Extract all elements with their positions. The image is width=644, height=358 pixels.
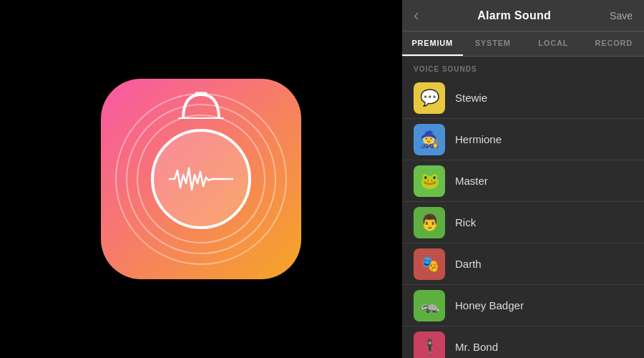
alarm-bell-icon [176,92,226,119]
item-thumbnail: 🧙 [414,124,445,155]
character-icon: 💬 [420,90,439,106]
sound-list: 💬Stewie🧙Hermione🐸Master👨Rick🎭Darth🦡Honey… [402,77,644,358]
back-button[interactable]: ‹ [414,8,419,24]
item-thumbnail: 🐸 [414,165,445,197]
waveform-icon [169,165,233,193]
item-thumbnail: 👨 [414,207,445,238]
list-item[interactable]: 🦡Honey Badger [402,285,644,326]
item-name: Darth [455,258,482,270]
right-panel: ‹ Alarm Sound Save PREMIUM SYSTEM LOCAL … [402,0,644,358]
character-icon: 🐸 [420,173,439,189]
character-icon: 🧙 [420,132,439,147]
item-name: Honey Badger [455,299,524,311]
left-panel [0,0,402,358]
list-item[interactable]: 💬Stewie [402,77,644,119]
item-thumbnail: 🦡 [414,290,445,321]
item-name: Rick [455,216,476,228]
item-name: Hermione [455,133,502,145]
list-item[interactable]: 🐸Master [402,160,644,202]
tab-system[interactable]: SYSTEM [463,32,524,56]
character-icon: 🦡 [420,298,439,314]
item-thumbnail: 🎭 [414,248,445,280]
item-thumbnail: 🕴 [414,332,445,359]
save-button[interactable]: Save [610,10,633,21]
list-item[interactable]: 🕴Mr. Bond [402,326,644,358]
item-name: Master [455,175,488,187]
item-name: Mr. Bond [455,341,498,353]
character-icon: 🎭 [420,256,439,272]
app-icon [101,79,301,279]
list-item[interactable]: 👨Rick [402,202,644,243]
item-name: Stewie [455,92,487,104]
tab-record[interactable]: RECORD [584,32,645,56]
tabs-bar: PREMIUM SYSTEM LOCAL RECORD [402,32,644,57]
tab-premium[interactable]: PREMIUM [402,32,463,56]
list-item[interactable]: 🧙Hermione [402,119,644,160]
tab-local[interactable]: LOCAL [523,32,584,56]
character-icon: 👨 [420,215,439,231]
page-title: Alarm Sound [477,9,551,22]
list-item[interactable]: 🎭Darth [402,243,644,285]
section-label: VOICE SOUNDS [402,57,644,77]
alarm-circle [151,129,251,229]
character-icon: 🕴 [420,339,439,355]
item-thumbnail: 💬 [414,82,445,114]
header: ‹ Alarm Sound Save [402,0,644,32]
